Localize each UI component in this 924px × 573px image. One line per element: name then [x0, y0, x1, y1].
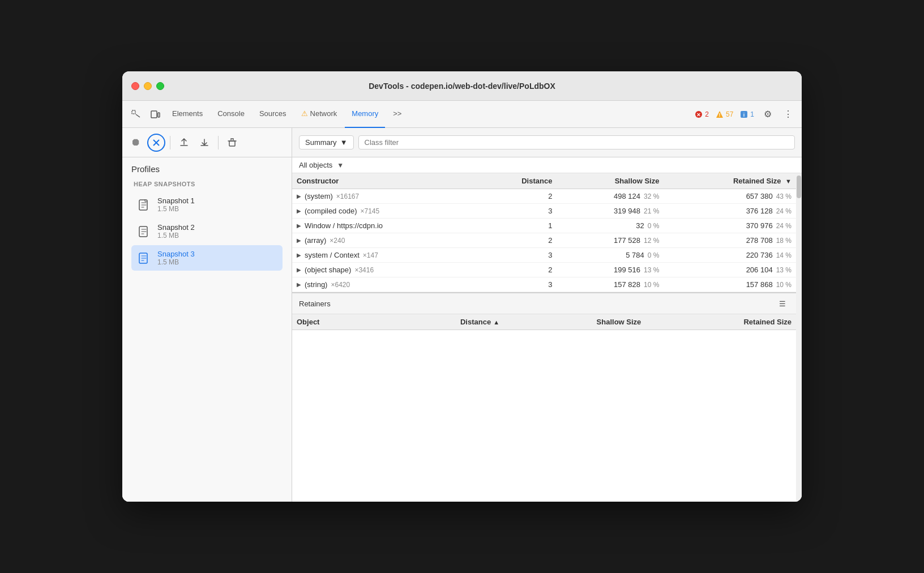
ret-col-object[interactable]: Object [292, 314, 377, 330]
snapshot-size-1: 1.5 MB [157, 205, 195, 213]
ret-col-shallow[interactable]: Shallow Size [504, 314, 645, 330]
table-row[interactable]: ▶ system / Context ×147 3 5 7840 % 220 7… [292, 248, 796, 263]
tab-memory[interactable]: Memory [345, 101, 385, 128]
cell-shallow: 157 82810 % [557, 277, 664, 292]
tab-sources[interactable]: Sources [253, 101, 293, 128]
summary-chevron-icon: ▼ [340, 138, 348, 147]
cell-distance: 3 [479, 204, 557, 219]
svg-rect-12 [229, 141, 235, 146]
tab-elements[interactable]: Elements [165, 101, 209, 128]
scrollbar-thumb [797, 176, 801, 198]
retainers-menu-button[interactable]: ☰ [776, 297, 789, 310]
minimize-button[interactable] [144, 82, 152, 90]
garbage-collect-button[interactable] [223, 134, 241, 152]
cell-distance: 3 [479, 248, 557, 263]
all-objects-chevron-icon: ▼ [337, 161, 344, 169]
snapshot-name-2: Snapshot 2 [157, 223, 195, 232]
cell-shallow: 320 % [557, 219, 664, 233]
error-badge[interactable]: ✕ 2 [695, 110, 709, 118]
table-row[interactable]: ▶ (compiled code) ×7145 3 319 94821 % 37… [292, 204, 796, 219]
snapshot-icon-3 [136, 250, 152, 266]
cell-retained: 220 73614 % [664, 248, 796, 263]
snapshot-info-3: Snapshot 3 1.5 MB [157, 250, 195, 266]
constructor-name: (system) [305, 192, 333, 200]
profiles-title: Profiles [131, 164, 283, 174]
retainers-section: Retainers ☰ Object Distance▲ Shallow Siz… [292, 292, 796, 502]
svg-rect-0 [132, 110, 135, 114]
snapshot-item-2[interactable]: Snapshot 2 1.5 MB [131, 219, 283, 244]
heap-table: Constructor Distance Shallow Size Retain… [292, 173, 796, 292]
snapshot-size-2: 1.5 MB [157, 232, 195, 240]
cell-retained: 376 12824 % [664, 204, 796, 219]
inspect-element-button[interactable] [127, 105, 145, 123]
constructor-name: (compiled code) [305, 207, 357, 215]
more-options-button[interactable]: ⋮ [779, 105, 797, 123]
expand-icon[interactable]: ▶ [297, 281, 301, 288]
table-row[interactable]: ▶ (string) ×6420 3 157 82810 % 157 86810… [292, 277, 796, 292]
all-objects-bar: All objects ▼ [292, 157, 802, 173]
cell-distance: 3 [479, 277, 557, 292]
expand-icon[interactable]: ▶ [297, 223, 301, 229]
cell-shallow: 177 52812 % [557, 233, 664, 248]
expand-icon[interactable]: ▶ [297, 193, 301, 199]
snapshot-icon-2 [136, 224, 152, 240]
scrollbar[interactable] [796, 173, 802, 502]
col-constructor[interactable]: Constructor [292, 173, 479, 189]
col-distance[interactable]: Distance [479, 173, 557, 189]
table-row[interactable]: ▶ (object shape) ×3416 2 199 51613 % 206… [292, 263, 796, 277]
snapshot-info-1: Snapshot 1 1.5 MB [157, 196, 195, 213]
col-shallow-size[interactable]: Shallow Size [557, 173, 664, 189]
cell-shallow: 498 12432 % [557, 189, 664, 204]
ret-col-distance[interactable]: Distance▲ [377, 314, 504, 330]
upload-button[interactable] [175, 134, 193, 152]
content-area: Summary ▼ All objects ▼ C [292, 128, 802, 502]
download-button[interactable] [195, 134, 213, 152]
table-row[interactable]: ▶ (array) ×240 2 177 52812 % 278 70818 % [292, 233, 796, 248]
table-row[interactable]: ▶ Window / https://cdpn.io 1 320 % 370 9… [292, 219, 796, 233]
cell-shallow: 319 94821 % [557, 204, 664, 219]
expand-icon[interactable]: ▶ [297, 252, 301, 258]
tab-console[interactable]: Console [211, 101, 251, 128]
settings-button[interactable]: ⚙ [759, 105, 777, 123]
svg-text:i: i [743, 112, 745, 118]
titlebar: DevTools - codepen.io/web-dot-dev/live/P… [122, 71, 802, 101]
all-objects-label: All objects [299, 161, 332, 169]
devtools-window: DevTools - codepen.io/web-dot-dev/live/P… [122, 71, 802, 502]
cell-retained: 657 38043 % [664, 189, 796, 204]
summary-dropdown[interactable]: Summary ▼ [299, 135, 354, 149]
info-badge[interactable]: i 1 [740, 110, 754, 118]
cell-retained: 206 10413 % [664, 263, 796, 277]
network-warning-icon: ⚠ [301, 109, 308, 118]
constructor-name: (string) [305, 280, 327, 289]
col-retained-size[interactable]: Retained Size ▼ [664, 173, 796, 189]
cell-distance: 2 [479, 189, 557, 204]
class-filter-input[interactable] [358, 135, 795, 149]
cell-distance: 1 [479, 219, 557, 233]
clear-button[interactable] [147, 134, 165, 152]
expand-icon[interactable]: ▶ [297, 267, 301, 273]
expand-icon[interactable]: ▶ [297, 208, 301, 214]
snapshot-item-3[interactable]: Snapshot 3 1.5 MB [131, 245, 283, 271]
retainers-title: Retainers [299, 300, 331, 308]
warning-badge[interactable]: ! 57 [716, 110, 733, 118]
close-button[interactable] [131, 82, 139, 90]
more-tabs-button[interactable]: >> [386, 101, 408, 128]
table-row[interactable]: ▶ (system) ×16167 2 498 12432 % 657 3804… [292, 189, 796, 204]
constructor-count: ×6420 [331, 281, 350, 289]
snapshot-size-3: 1.5 MB [157, 258, 195, 266]
expand-icon[interactable]: ▶ [297, 237, 301, 243]
main-content: ⏺ [122, 128, 802, 502]
record-button[interactable]: ⏺ [127, 134, 145, 152]
sidebar-toolbar: ⏺ [122, 128, 292, 157]
window-title: DevTools - codepen.io/web-dot-dev/live/P… [369, 82, 555, 91]
cell-shallow: 199 51613 % [557, 263, 664, 277]
tables-area: Constructor Distance Shallow Size Retain… [292, 173, 796, 502]
maximize-button[interactable] [156, 82, 164, 90]
snapshot-item-1[interactable]: Snapshot 1 1.5 MB [131, 192, 283, 217]
constructor-count: ×16167 [336, 193, 359, 200]
tab-network[interactable]: ⚠ Network [294, 101, 344, 128]
ret-col-retained[interactable]: Retained Size [645, 314, 796, 330]
snapshot-name-1: Snapshot 1 [157, 196, 195, 205]
device-toolbar-button[interactable] [146, 105, 164, 123]
traffic-lights [131, 82, 164, 90]
